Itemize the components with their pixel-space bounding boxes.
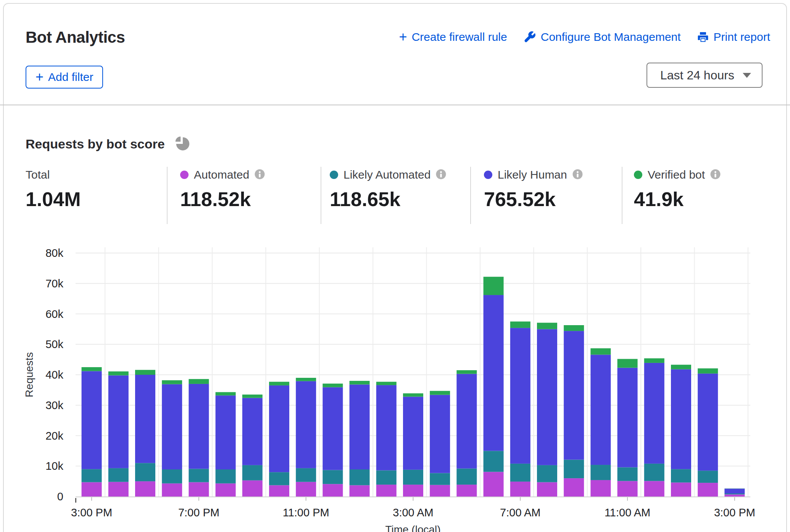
bar-segment-verified-bot[interactable] [108, 371, 129, 375]
bar-segment-verified-bot[interactable] [510, 321, 530, 328]
bar-segment-automated[interactable] [510, 482, 530, 497]
bar-segment-likely-human[interactable] [82, 371, 102, 469]
bar-segment-verified-bot[interactable] [617, 359, 638, 368]
bar-segment-likely-automated[interactable] [162, 469, 182, 484]
time-range-select[interactable]: Last 24 hours [647, 63, 763, 88]
bar-segment-automated[interactable] [590, 480, 611, 497]
bar-segment-likely-human[interactable] [162, 384, 182, 469]
bar-segment-verified-bot[interactable] [644, 358, 664, 363]
bar-segment-likely-automated[interactable] [108, 468, 129, 482]
bar-segment-likely-automated[interactable] [537, 465, 557, 482]
bar-segment-likely-human[interactable] [135, 375, 155, 463]
bar-segment-automated[interactable] [350, 485, 370, 497]
bar-segment-likely-human[interactable] [430, 395, 450, 473]
bar-segment-verified-bot[interactable] [430, 391, 450, 395]
bar-segment-automated[interactable] [82, 482, 102, 497]
bar-segment-automated[interactable] [376, 485, 397, 497]
bar-segment-likely-automated[interactable] [671, 469, 691, 482]
bar-segment-verified-bot[interactable] [350, 381, 370, 385]
bar-segment-verified-bot[interactable] [484, 277, 504, 295]
bar-segment-automated[interactable] [242, 480, 263, 497]
configure-bot-management-link[interactable]: Configure Bot Management [523, 31, 681, 44]
bar-segment-automated[interactable] [564, 478, 584, 497]
bar-segment-verified-bot[interactable] [456, 370, 477, 374]
bar-segment-automated[interactable] [724, 494, 745, 497]
bar-segment-likely-human[interactable] [269, 385, 289, 472]
info-icon[interactable] [572, 169, 583, 181]
bar-segment-verified-bot[interactable] [189, 379, 209, 384]
bar-segment-verified-bot[interactable] [564, 325, 584, 331]
bar-segment-automated[interactable] [135, 481, 155, 497]
bar-segment-likely-human[interactable] [350, 385, 370, 470]
bar-segment-automated[interactable] [296, 482, 316, 497]
bar-segment-automated[interactable] [617, 481, 638, 497]
bar-segment-automated[interactable] [403, 485, 423, 497]
bar-segment-likely-automated[interactable] [644, 464, 664, 481]
bar-segment-likely-automated[interactable] [189, 469, 209, 482]
bar-segment-likely-automated[interactable] [724, 493, 745, 494]
bar-segment-likely-human[interactable] [484, 295, 504, 451]
bar-segment-likely-automated[interactable] [135, 463, 155, 481]
bar-segment-likely-automated[interactable] [698, 471, 718, 483]
bar-segment-automated[interactable] [456, 485, 477, 497]
bar-segment-automated[interactable] [698, 483, 718, 497]
bar-segment-verified-bot[interactable] [671, 365, 691, 369]
bar-segment-likely-human[interactable] [537, 329, 557, 465]
bar-segment-automated[interactable] [322, 484, 343, 497]
bar-segment-verified-bot[interactable] [216, 392, 236, 395]
info-icon[interactable] [255, 169, 265, 181]
bar-segment-verified-bot[interactable] [403, 393, 423, 397]
bar-segment-likely-automated[interactable] [617, 467, 638, 481]
bar-segment-automated[interactable] [189, 482, 209, 497]
bar-segment-automated[interactable] [162, 484, 182, 497]
bar-segment-likely-automated[interactable] [430, 473, 450, 485]
bar-segment-likely-automated[interactable] [242, 465, 263, 480]
bar-segment-likely-human[interactable] [644, 363, 664, 464]
bar-segment-likely-automated[interactable] [403, 470, 423, 485]
bar-segment-likely-human[interactable] [403, 397, 423, 469]
info-icon[interactable] [436, 169, 446, 181]
bar-segment-verified-bot[interactable] [242, 395, 263, 398]
bar-segment-automated[interactable] [644, 481, 664, 497]
bar-segment-likely-human[interactable] [590, 355, 611, 465]
bar-segment-likely-automated[interactable] [456, 469, 477, 485]
bar-segment-automated[interactable] [269, 485, 289, 497]
bar-segment-likely-human[interactable] [376, 385, 397, 470]
bar-segment-verified-bot[interactable] [590, 348, 611, 355]
bar-segment-likely-automated[interactable] [269, 472, 289, 485]
bar-segment-automated[interactable] [108, 482, 129, 497]
bar-segment-likely-automated[interactable] [350, 469, 370, 485]
bar-segment-verified-bot[interactable] [376, 382, 397, 385]
bar-segment-likely-human[interactable] [510, 328, 530, 464]
bar-segment-likely-human[interactable] [322, 387, 343, 470]
create-firewall-rule-link[interactable]: + Create firewall rule [399, 31, 507, 44]
bar-segment-verified-bot[interactable] [322, 384, 343, 387]
bar-segment-likely-automated[interactable] [322, 470, 343, 484]
bar-segment-verified-bot[interactable] [698, 368, 718, 374]
bar-segment-likely-automated[interactable] [376, 470, 397, 484]
bar-segment-automated[interactable] [216, 484, 236, 497]
bar-segment-verified-bot[interactable] [537, 323, 557, 329]
bar-segment-automated[interactable] [430, 485, 450, 497]
bar-segment-likely-automated[interactable] [216, 469, 236, 484]
bar-segment-verified-bot[interactable] [296, 378, 316, 381]
add-filter-button[interactable]: + Add filter [26, 66, 103, 89]
bar-segment-verified-bot[interactable] [162, 380, 182, 384]
print-report-link[interactable]: Print report [697, 31, 770, 44]
bar-segment-automated[interactable] [537, 482, 557, 497]
bar-segment-likely-human[interactable] [242, 398, 263, 465]
bar-segment-likely-human[interactable] [564, 331, 584, 459]
bar-segment-likely-human[interactable] [671, 369, 691, 469]
bar-segment-likely-human[interactable] [617, 368, 638, 468]
bar-segment-verified-bot[interactable] [82, 367, 102, 371]
bar-segment-likely-human[interactable] [456, 374, 477, 469]
bar-segment-likely-human[interactable] [698, 374, 718, 471]
bar-segment-automated[interactable] [484, 472, 504, 497]
bar-segment-verified-bot[interactable] [269, 382, 289, 385]
bar-segment-likely-human[interactable] [216, 395, 236, 469]
bar-segment-likely-automated[interactable] [510, 464, 530, 482]
bar-segment-verified-bot[interactable] [135, 370, 155, 375]
bar-segment-likely-human[interactable] [296, 381, 316, 468]
bar-segment-likely-human[interactable] [108, 376, 129, 468]
info-icon[interactable] [710, 169, 721, 181]
